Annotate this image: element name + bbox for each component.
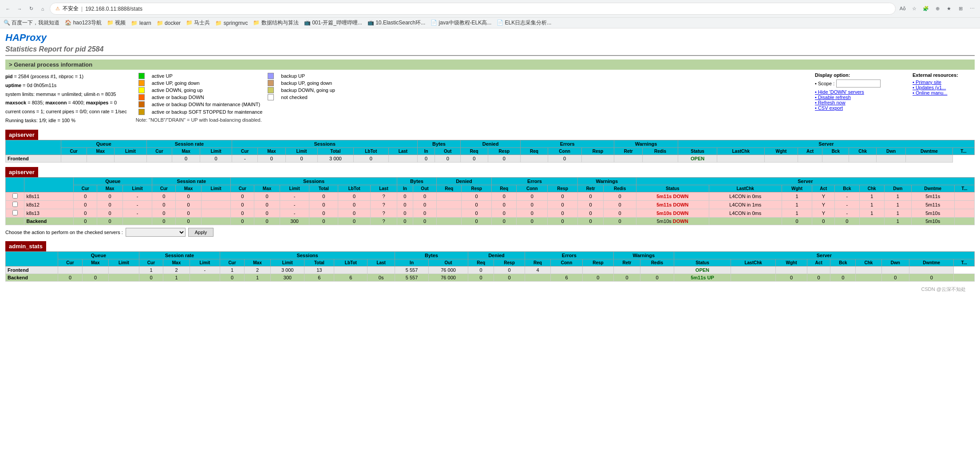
updates-link[interactable]: • Updates (v1... bbox=[913, 85, 946, 90]
footer: CSDN @云深不知处 bbox=[5, 286, 975, 293]
bookmark-docker[interactable]: 📁 docker bbox=[157, 20, 181, 26]
backend-apiserver-section: apiserver Queue Session rate Sessions By… bbox=[5, 167, 975, 237]
sr-lim: 0 bbox=[200, 155, 232, 162]
home-button[interactable]: ⌂ bbox=[38, 4, 47, 13]
server-name: k8s12 bbox=[24, 200, 74, 209]
primary-site-link[interactable]: • Primary site bbox=[913, 79, 941, 85]
th-e-req: Req bbox=[521, 147, 548, 155]
th-e-resp: Resp bbox=[581, 147, 614, 155]
disable-refresh-link[interactable]: • Disable refresh bbox=[815, 95, 851, 100]
row-name: Frontend bbox=[6, 155, 61, 162]
th-sv-wght: Wght bbox=[765, 147, 798, 155]
online-manual-link[interactable]: • Online manu... bbox=[913, 90, 947, 95]
th-s-cur: Cur bbox=[232, 147, 258, 155]
refresh-now-link[interactable]: • Refresh now bbox=[815, 100, 846, 105]
th-q-lim: Limit bbox=[115, 147, 146, 155]
bookmark-baidu[interactable]: 🔍 百度一下，我就知道 bbox=[4, 19, 59, 27]
action-row: Choose the action to perform on the chec… bbox=[5, 228, 975, 237]
th-d-req: Req bbox=[461, 147, 488, 155]
csv-export-link[interactable]: • CSV export bbox=[815, 105, 843, 111]
col-queue: Queue bbox=[61, 140, 146, 147]
server-name: k8s13 bbox=[24, 209, 74, 217]
col-denied: Denied bbox=[461, 140, 521, 147]
hide-down-link[interactable]: • Hide 'DOWN' servers bbox=[815, 89, 864, 95]
legend-table: active UP backup UP active UP, going dow… bbox=[136, 72, 338, 115]
bookmark-learn[interactable]: 📁 learn bbox=[131, 20, 151, 26]
col-name bbox=[24, 177, 74, 192]
favorites-button[interactable]: ★ bbox=[944, 4, 953, 13]
bookmark-springmvc[interactable]: 📁 springmvc bbox=[215, 20, 248, 26]
bookmark-java-elk[interactable]: 📄 java中级教程-ELK高... bbox=[431, 19, 491, 27]
apiserver-frontend-table: Queue Session rate Sessions Bytes Denied… bbox=[5, 140, 975, 163]
page-subtitle: Statistics Report for pid 2584 bbox=[5, 45, 975, 56]
th-sv-status: Status bbox=[678, 147, 717, 155]
apiserver-backend-title: apiserver bbox=[5, 167, 38, 177]
bookmark-bilibili[interactable]: 📺 001-开篇_哔哩哔哩... bbox=[304, 19, 362, 27]
th-sr-max: Max bbox=[172, 147, 200, 155]
th-b-out: Out bbox=[435, 147, 461, 155]
admin-stats-table: Queue Session rate Sessions Bytes Denied… bbox=[5, 251, 975, 282]
security-label: 不安全 bbox=[63, 5, 79, 12]
col-chk bbox=[6, 177, 24, 192]
footer-credit: CSDN @云深不知处 bbox=[921, 286, 966, 292]
legend-note: Note: "NOLB"/"DRAIN" = UP with load-bala… bbox=[136, 117, 806, 123]
th-e-conn: Conn bbox=[548, 147, 581, 155]
row-name: Frontend bbox=[6, 266, 58, 274]
url-text: 192.168.0.11:8888/stats bbox=[85, 6, 142, 12]
uptime-info: uptime = 0d 0h05m11s bbox=[5, 81, 127, 90]
info-left: pid = 2584 (process #1, nbproc = 1) upti… bbox=[5, 72, 127, 125]
server-checkbox-k8s12[interactable] bbox=[12, 202, 18, 207]
settings-button[interactable]: ⋯ bbox=[968, 4, 976, 13]
table-row: k8s13 00- 00 00- 00? 00 0 000 00 5m10s D… bbox=[6, 209, 975, 217]
table-row: k8s11 00- 00 00- 00? 00 0 000 00 5m11s D… bbox=[6, 192, 975, 200]
maxsock-info: maxsock = 8035; maxconn = 4000; maxpipes… bbox=[5, 99, 127, 107]
forward-button[interactable]: → bbox=[15, 4, 24, 13]
col-errors: Errors bbox=[521, 140, 614, 147]
profile-button[interactable]: ⊕ bbox=[933, 4, 942, 13]
security-icon: ⚠ bbox=[55, 6, 60, 12]
external-resources-title: External resources: bbox=[913, 72, 975, 78]
th-sv-lastchk: LastChk bbox=[717, 147, 765, 155]
th-s-tot: Total bbox=[318, 147, 353, 155]
apply-button[interactable]: Apply bbox=[188, 228, 214, 237]
server-name: k8s11 bbox=[24, 192, 74, 200]
external-resources-panel: External resources: • Primary site • Upd… bbox=[913, 72, 975, 125]
col-bytes: Bytes bbox=[417, 140, 460, 147]
th-d-resp: Resp bbox=[488, 147, 521, 155]
legend-area: active UP backup UP active UP, going dow… bbox=[136, 72, 806, 125]
admin-stats-section: admin_stats Queue Session rate Sessions … bbox=[5, 241, 975, 282]
bookmark-elasticsearch[interactable]: 📺 10.ElasticSearch环... bbox=[368, 19, 425, 27]
col-server: Server bbox=[678, 140, 974, 147]
back-button[interactable]: ← bbox=[4, 4, 12, 13]
browser-chrome: ← → ↻ ⌂ ⚠ 不安全 | 192.168.0.11:8888/stats … bbox=[0, 0, 980, 28]
running-tasks: Running tasks: 1/9; idle = 100 % bbox=[5, 116, 127, 125]
action-label: Choose the action to perform on the chec… bbox=[5, 230, 123, 235]
current-conns: current conns = 1; current pipes = 0/0; … bbox=[5, 107, 127, 116]
th-sv-chk: Chk bbox=[849, 147, 876, 155]
reload-button[interactable]: ↻ bbox=[27, 4, 36, 13]
collections-button[interactable]: ⊞ bbox=[956, 4, 965, 13]
scope-row: • Scope : bbox=[815, 79, 904, 87]
scope-input[interactable] bbox=[836, 79, 881, 87]
bookmark-elk-log[interactable]: 📄 ELK日志采集分析... bbox=[497, 19, 551, 27]
bookmark-button[interactable]: ☆ bbox=[910, 4, 919, 13]
bookmark-video[interactable]: 📁 视频 bbox=[107, 19, 126, 27]
action-select[interactable]: set state to READY set state to DRAIN se… bbox=[126, 228, 186, 237]
extensions-button[interactable]: 🧩 bbox=[921, 4, 930, 13]
th-w-retr: Retr bbox=[614, 147, 643, 155]
bookmark-algorithm[interactable]: 📁 数据结构与算法 bbox=[253, 19, 298, 27]
admin-stats-title: admin_stats bbox=[5, 241, 46, 251]
bookmark-hao123[interactable]: 🏠 hao123导航 bbox=[65, 19, 101, 27]
bookmark-mashibing[interactable]: 📁 马士兵 bbox=[186, 19, 210, 27]
translate-button[interactable]: Aǒ bbox=[898, 4, 907, 13]
row-name: Backend bbox=[6, 274, 58, 281]
server-checkbox-k8s11[interactable] bbox=[12, 193, 18, 199]
address-bar[interactable]: ⚠ 不安全 | 192.168.0.11:8888/stats bbox=[50, 3, 896, 15]
th-q-cur: Cur bbox=[61, 147, 87, 155]
scope-label: • Scope : bbox=[815, 81, 834, 86]
server-checkbox-k8s13[interactable] bbox=[12, 210, 18, 215]
th-w-redis: Redis bbox=[643, 147, 678, 155]
col-warnings: Warnings bbox=[614, 140, 678, 147]
general-section-header[interactable]: > General process information bbox=[5, 60, 975, 70]
th-s-last: Last bbox=[388, 147, 417, 155]
